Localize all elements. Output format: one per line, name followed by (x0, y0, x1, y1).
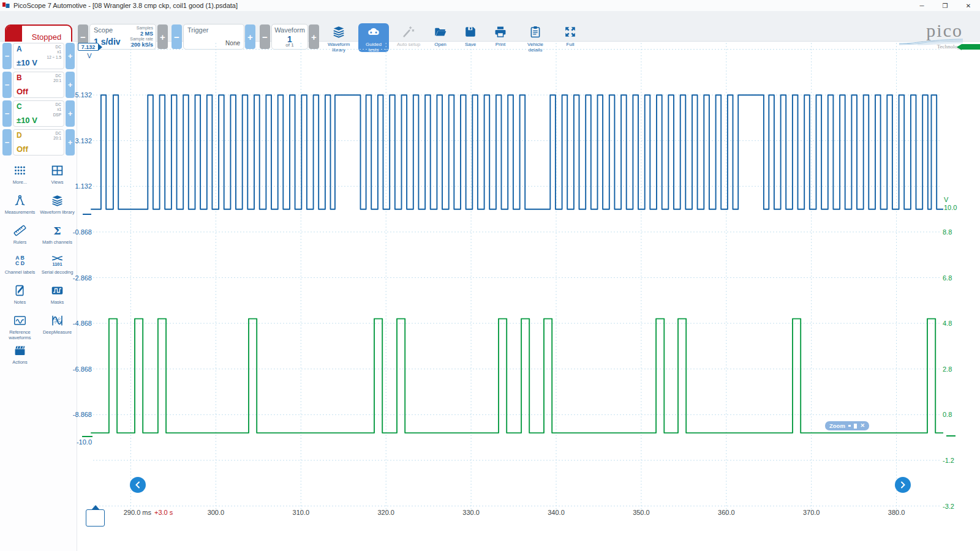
left-axis-label: 1.132 (75, 182, 92, 190)
left-axis-label: 5.132 (75, 91, 92, 99)
trigger-increase-button[interactable]: + (245, 24, 255, 49)
channel-b-increase-button[interactable]: + (66, 72, 75, 98)
x-axis-label: 310.0 (293, 509, 310, 516)
channel-c-options[interactable]: CDCx1DSP±10 V (13, 100, 64, 127)
sidebar-tool-waveform-library[interactable]: Waveform library (39, 194, 76, 221)
channel-b-panel: −BDC20:1Off+ (2, 72, 75, 98)
x-axis-label: 350.0 (633, 509, 650, 516)
sidebar-tool-masks[interactable]: Masks (39, 284, 76, 311)
sidebar-tool-channel-labels[interactable]: A BC DChannel labels (2, 254, 39, 281)
channel-d-increase-button[interactable]: + (66, 129, 75, 156)
timebase-increase-button[interactable]: + (157, 24, 168, 49)
sidebar-tool-serial-decoding[interactable]: 1101Serial decoding (39, 254, 76, 281)
auto-setup-icon (402, 25, 415, 41)
channel-a-increase-button[interactable]: + (66, 43, 75, 69)
pico-brand-text: pico (926, 23, 963, 39)
waveform-library-button[interactable]: Waveform library (325, 23, 353, 52)
right-axis-label: 4.8 (943, 320, 952, 327)
channel-c-axis-marker[interactable] (962, 44, 980, 50)
channel-a-decrease-button[interactable]: − (2, 43, 12, 69)
sidebar-tool-actions[interactable]: Actions (2, 344, 39, 371)
vehicle-details-button[interactable]: Vehicle details (518, 23, 552, 52)
restore-button[interactable]: ❐ (933, 0, 957, 11)
toolbar-button-label: Print (496, 42, 505, 48)
right-axis-label: 2.8 (943, 365, 952, 373)
x-axis-first-label: 290.0 ms (124, 509, 152, 516)
x-axis-label: 340.0 (548, 509, 565, 516)
actions-icon (2, 344, 39, 359)
full-icon (564, 25, 577, 41)
pico-logo: pico Technology (899, 23, 963, 50)
zoom-overlay-toolbar[interactable]: Zoom ✕ (825, 421, 869, 430)
channel-a-options[interactable]: ADCx112 ÷ 1.5±10 V (13, 43, 64, 69)
sidebar-tool-rulers[interactable]: Rulers (2, 224, 39, 251)
minimize-icon[interactable] (848, 425, 851, 427)
buffer-overview-tab[interactable] (86, 509, 105, 527)
channel-list: −ADCx112 ÷ 1.5±10 V+−BDC20:1Off+−CDCx1DS… (0, 42, 77, 156)
toolbar-button-label: Vehicle details (520, 42, 551, 53)
save-button[interactable]: Save (458, 23, 483, 52)
trigger-panel[interactable]: Trigger None (183, 24, 244, 50)
sidebar-tool-reference-waveforms[interactable]: Reference waveforms (2, 314, 39, 341)
sidebar-tool-grid: More...ViewsMeasurementsWaveform library… (0, 158, 77, 371)
channel-coupling-details: DC20:1 (53, 73, 61, 84)
sidebar-tool-label: More... (2, 179, 39, 185)
minimize-button[interactable]: ─ (910, 0, 933, 11)
waveform-library-icon (332, 25, 345, 41)
toolbar-button-label: Save (465, 42, 476, 48)
waveform-next-button[interactable]: + (309, 24, 319, 49)
sidebar-tool-notes[interactable]: Notes (2, 284, 39, 311)
right-axis-label: -1.2 (943, 457, 954, 464)
channel-a-axis-marker[interactable]: 7.132 (78, 43, 99, 51)
channel-d-options[interactable]: DDC20:1Off (13, 129, 64, 156)
channel-c-increase-button[interactable]: + (66, 100, 75, 127)
views-icon (39, 164, 76, 179)
sample-rate-label: Sample rate (130, 37, 153, 42)
scroll-forward-button[interactable] (895, 477, 911, 493)
sidebar-tool-label: Math channels (39, 239, 76, 245)
x-axis-label: 380.0 (888, 509, 905, 516)
toolbar-button-label: Waveform library (326, 42, 351, 53)
print-button[interactable]: Print (488, 23, 513, 52)
waveform-panel-label: Waveform (272, 26, 307, 34)
channel-range-value: Off (17, 144, 28, 154)
sidebar-tool-views[interactable]: Views (39, 164, 76, 191)
close-button[interactable]: ✕ (957, 0, 980, 11)
sidebar-tool-label: Reference waveforms (2, 329, 39, 340)
title-bar: PicoScope 7 Automotive - [08 Wrangler 3.… (0, 0, 980, 11)
math-channels-icon: Σ (39, 224, 76, 239)
channel-d-decrease-button[interactable]: − (2, 129, 12, 156)
channel-b-options[interactable]: BDC20:1Off (13, 72, 64, 98)
restore-icon[interactable] (854, 424, 857, 429)
sidebar-tool-label: DeepMeasure (39, 329, 76, 335)
vehicle-details-icon (529, 25, 542, 41)
sidebar-tool-more[interactable]: More... (2, 164, 39, 191)
waveform-previous-button[interactable]: − (260, 24, 270, 49)
x-axis-label: 360.0 (718, 509, 735, 516)
sidebar-tool-measurements[interactable]: Measurements (2, 194, 39, 221)
sidebar-tool-deepmeasure[interactable]: DeepMeasure (39, 314, 76, 341)
channel-b-decrease-button[interactable]: − (2, 72, 12, 98)
channel-coupling-details: DCx1DSP (53, 102, 61, 118)
channel-coupling-details: DC20:1 (53, 131, 61, 141)
full-button[interactable]: Full (558, 23, 582, 52)
guided-tests-button[interactable]: Guided tests (358, 23, 389, 52)
channel-letter: A (17, 45, 22, 53)
sidebar-tool-math-channels[interactable]: ΣMath channels (39, 224, 76, 251)
waveform-panel[interactable]: Waveform 1 of 1 (271, 24, 308, 50)
guided-tests-icon (367, 25, 380, 41)
right-axis-label: 6.8 (943, 274, 952, 282)
trigger-decrease-button[interactable]: − (172, 24, 182, 49)
scroll-back-button[interactable] (130, 477, 146, 493)
channel-c-decrease-button[interactable]: − (2, 100, 12, 127)
notes-icon (2, 284, 39, 299)
open-button[interactable]: Open (428, 23, 453, 52)
channel-c-trace (91, 319, 943, 433)
close-icon[interactable]: ✕ (860, 423, 865, 429)
serial-decoding-icon: 1101 (39, 254, 76, 269)
toolbar-button-label: Auto setup (397, 42, 420, 48)
right-axis-label: -3.2 (943, 503, 954, 510)
zoom-overlay-label: Zoom (829, 422, 845, 429)
sidebar-tool-label: Serial decoding (39, 269, 76, 275)
svg-text:1101: 1101 (52, 261, 62, 267)
